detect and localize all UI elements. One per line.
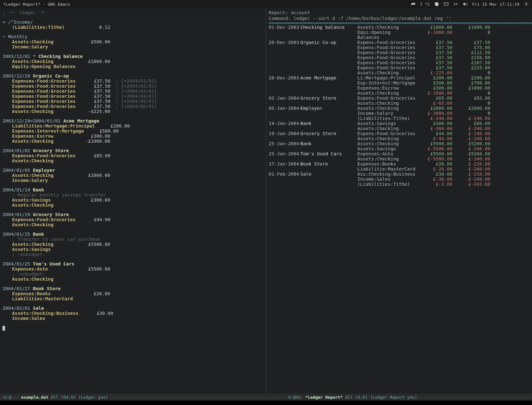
transaction-header: 2004/01/02 Grocery Store: [3, 148, 263, 153]
posting-line: Liabilities:Mortgage:Principal£200.00: [3, 123, 263, 128]
register-row: Exp:Interest:Mortgage£500.00£700.00: [269, 80, 530, 85]
posting-line: Assets:Checking: [3, 158, 263, 163]
register-row: Assets:Checking£-225.000: [269, 70, 530, 75]
register-row: (Liabilities:Tithe)£-240.00£-240.00: [269, 116, 530, 121]
refresh-icon[interactable]: [434, 2, 439, 7]
posting-line: Expenses:Food:Groceries£37.50; [=2004/02…: [3, 84, 263, 89]
register-row: 05-Jan-2004EmployerAssets:Checking£2000.…: [269, 106, 530, 111]
modeline-fill: ----------------------------------------…: [417, 395, 532, 400]
modeline-right[interactable]: -U:@%%- *Ledger Report* All (4,0) (Ledge…: [284, 394, 532, 401]
posting-line: Assets:Savings£300.00: [3, 197, 263, 202]
posting-line: Expenses:Food:Groceries£65.00: [3, 153, 263, 158]
register-row: (Liabilities:Tithe)£-3.60£-243.60: [269, 182, 530, 187]
posting-line: Expenses:Escrow£300.00: [3, 134, 263, 139]
posting-line: Expenses:Interest:Mortgage£500.00: [3, 128, 263, 134]
register-row: Assets:Checking£-44.00£-240.00: [269, 136, 530, 141]
report-name: Report: account: [269, 10, 530, 16]
register-row: Expens:Food:Groceries£37.50£112.50: [269, 50, 530, 55]
posting-line: Expenses:Food:Groceries£37.50; [=2004/01…: [3, 78, 263, 84]
register-row: Expens:Food:Groceries£37.50£150.00: [269, 55, 530, 60]
register-row: 01-Dec-2003Checking balanceAssets:Checki…: [269, 25, 530, 30]
posting-line: Expenses:Food:Groceries£37.50; [=2004/05…: [3, 99, 263, 104]
posting-line: Expenses:Food:Groceries£37.50; [=2004/03…: [3, 89, 263, 94]
transaction-header: 2003/12/01 * Checking balance: [3, 54, 263, 59]
register-row: Assets:Checking£-65.000: [269, 101, 530, 106]
register-row: Assets:Savings£-5500.00£-240.00: [269, 146, 530, 151]
modeline-buffer-name: example.dat: [21, 395, 48, 400]
weather-icon[interactable]: [410, 2, 415, 7]
posting-comment: ; :nobudget:: [3, 271, 263, 277]
posting-line: Liabilities:MasterCard: [3, 296, 263, 301]
transaction-header: 2004/01/25 Tom's Used Cars: [3, 261, 263, 266]
register-row: Expens:Food:Groceries£37.50£75.00: [269, 45, 530, 50]
register-row: Assets:Checking£-5500.00£-240.00: [269, 156, 530, 161]
posting-line: Income:Salary: [3, 178, 263, 183]
register-row: Assets:Checking£-1000.000: [269, 90, 530, 96]
posting-line: Expenses:Books£20.00: [3, 291, 263, 296]
posting-line: Assets:Checking: [3, 222, 263, 227]
register-row: 19-Jan-2004Grocery StoreExpens:Food:Groc…: [269, 131, 530, 136]
transaction-comment: ; Regular monthly savings transfer: [3, 192, 263, 197]
text-cursor: [3, 326, 5, 331]
posting-line: (Liabilities:Tithe)0.12: [3, 25, 263, 30]
modelines: -U:@--- example.dat All (64,0) (Ledger y…: [0, 394, 532, 401]
posting-line: Income:Salary: [3, 44, 263, 49]
posting-line: Income:Sales: [3, 316, 263, 321]
register-row: 02-Jan-2004Grocery StoreExpens:Food:Groc…: [269, 96, 530, 101]
posting-line: Expenses:Auto£5500.00: [3, 266, 263, 271]
register-row: 14-Jan-2004BankAssets:Savings£300.00£60.…: [269, 121, 530, 126]
transaction-header: 2003/12/28=2004/01/01 Acme Mortgage: [3, 118, 263, 123]
modeline-mode: (Ledger Report yas): [370, 395, 417, 400]
posting-line: Assets:Savings: [3, 247, 263, 252]
modeline-status: -U:@%%-: [286, 395, 303, 400]
transaction-header: 2004/01/14 Bank: [3, 187, 263, 192]
register-row: 20-Dec-2003Organic Co-opExpens:Food:Groc…: [269, 40, 530, 45]
modeline-position: All (64,0): [51, 395, 76, 400]
desktop-top-panel: *Ledger Report* - GNU Emacs 7 °C Fri 15 …: [0, 0, 532, 8]
left-buffer[interactable]: ; -*- ledger -*-= /^Income/(Liabilities:…: [0, 8, 266, 394]
emacs-frame: ; -*- ledger -*-= /^Income/(Liabilities:…: [0, 8, 532, 394]
report-separator: ========================================…: [269, 22, 530, 25]
system-tray: 7 °C Fri 15 Mar 17:11:19: [410, 2, 529, 7]
modeline-position: All (4,0): [345, 395, 367, 400]
posting-line: Expenses:Food:Groceries£44.00: [3, 217, 263, 222]
transaction-header: 2004/01/19 Grocery Store: [3, 212, 263, 217]
posting-line: Assets:Checking£5500.00: [3, 242, 263, 247]
right-buffer[interactable]: Report: accountCommand: ledger --sort d …: [266, 8, 532, 394]
weather-temp: 7 °C: [420, 2, 430, 7]
transaction-header: 2003/12/20 Organic Co-op: [3, 73, 263, 78]
posting-line: Assets:Checking: [3, 277, 263, 282]
register-row: Income:Salary£-2000.000: [269, 111, 530, 116]
transaction-header: 2004/02/01 Sale: [3, 306, 263, 311]
register-row: Assets:Checking£-300.00£-240.00: [269, 126, 530, 131]
window-title: *Ledger Report* - GNU Emacs: [3, 2, 410, 7]
register-row: Expens:Food:Groceries£37.50£187.50: [269, 60, 530, 65]
volume-icon[interactable]: [463, 2, 468, 7]
register-row: Expenses:Escrow£300.00£1000.00: [269, 85, 530, 90]
transaction-header: 2004/01/25 Bank: [3, 232, 263, 237]
posting-line: Expenses:Food:Groceries£37.50; [=2004/06…: [3, 104, 263, 109]
posting-line: Assets:Checking-£225.00: [3, 109, 263, 114]
file-local-vars: ; -*- ledger -*-: [3, 10, 263, 15]
register-row: Expens:Food:Groceries£37.50£225.00: [269, 65, 530, 70]
modeline-mode: (Ledger yas): [78, 395, 108, 400]
posting-line: Assets:Checking-£1000.00: [3, 139, 263, 144]
automated-rule: = /^Income/: [3, 20, 263, 25]
modeline-buffer-name: *Ledger Report*: [306, 395, 343, 400]
posting-line: Assets:Checking: [3, 202, 263, 208]
network-icon[interactable]: [453, 2, 458, 7]
register-row: 25-Jan-2004Tom's Used CarsExpenses:Auto£…: [269, 151, 530, 156]
modeline-status: -U:@---: [1, 395, 19, 400]
transaction-header: 2004/01/27 Book Store: [3, 286, 263, 291]
posting-line: Assets:Checking:Business£30.00: [3, 311, 263, 316]
mail-icon[interactable]: [444, 2, 449, 7]
register-row: Income:Sales£-30.00£-240.00: [269, 177, 530, 182]
settings-gear-icon[interactable]: [524, 2, 529, 7]
modeline-left[interactable]: -U:@--- example.dat All (64,0) (Ledger y…: [0, 394, 284, 401]
register-row: 28-Dec-2003Acme MortgageLi:Mortgage:Prin…: [269, 75, 530, 80]
periodic-entry: ~ Monthly: [3, 34, 263, 39]
posting-line: Assets:Checking£1000.00: [3, 59, 263, 64]
posting-line: Expenses:Food:Groceries£37.50; [=2004/04…: [3, 94, 263, 99]
register-row: Equi:Opening Balances£-1000.000: [269, 30, 530, 40]
modeline-fill: ----------------------------------------…: [108, 395, 283, 400]
